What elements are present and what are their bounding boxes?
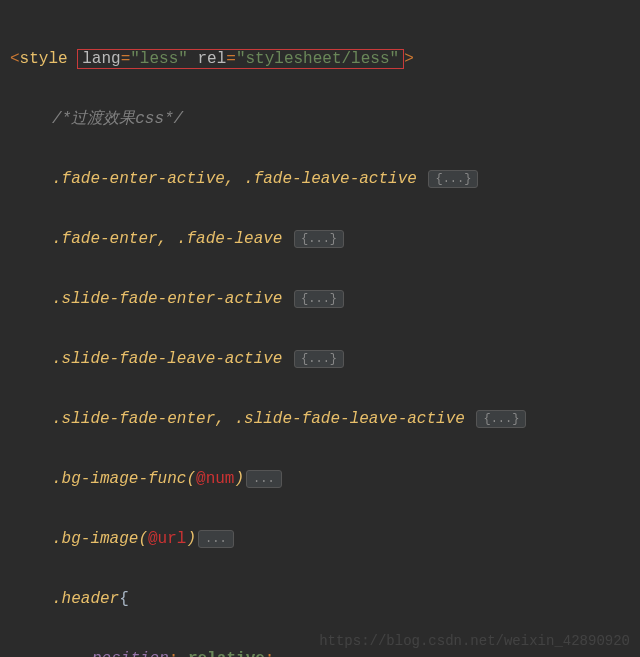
fold-marker[interactable]: {...} [294, 230, 344, 248]
code-line[interactable]: .bg-image-func(@num)... [10, 464, 640, 494]
watermark: https://blog.csdn.net/weixin_42890920 [319, 633, 630, 649]
code-line[interactable]: /*过渡效果css*/ [10, 104, 640, 134]
code-line[interactable]: .header{ [10, 584, 640, 614]
code-line[interactable]: .slide-fade-leave-active {...} [10, 344, 640, 374]
fold-marker[interactable]: {...} [428, 170, 478, 188]
fold-marker[interactable]: ... [246, 470, 282, 488]
fold-marker[interactable]: {...} [294, 350, 344, 368]
code-line[interactable]: .slide-fade-enter-active {...} [10, 284, 640, 314]
tag-open: <style [10, 50, 68, 68]
code-line[interactable]: .fade-enter-active, .fade-leave-active {… [10, 164, 640, 194]
code-line[interactable]: <style lang="less" rel="stylesheet/less"… [10, 44, 640, 74]
code-editor[interactable]: <style lang="less" rel="stylesheet/less"… [0, 0, 640, 657]
fold-marker[interactable]: {...} [294, 290, 344, 308]
code-line[interactable]: .fade-enter, .fade-leave {...} [10, 224, 640, 254]
fold-marker[interactable]: {...} [476, 410, 526, 428]
code-line[interactable]: .slide-fade-enter, .slide-fade-leave-act… [10, 404, 640, 434]
code-line[interactable]: .bg-image(@url)... [10, 524, 640, 554]
highlight-box: lang="less" rel="stylesheet/less" [77, 49, 404, 69]
fold-marker[interactable]: ... [198, 530, 234, 548]
